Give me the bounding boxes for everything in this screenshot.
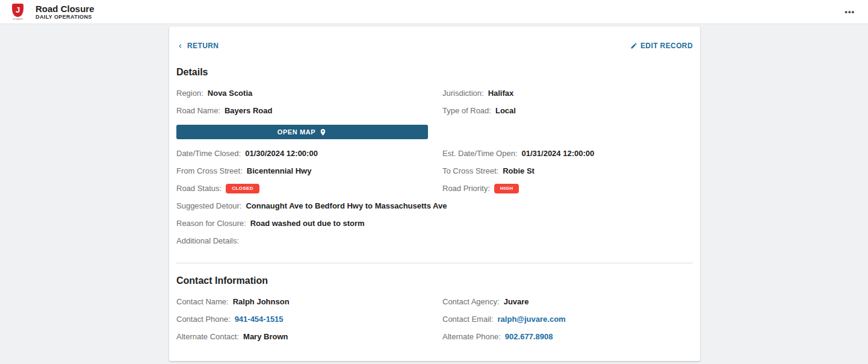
jurisdiction-label: Jurisdiction: <box>442 89 484 98</box>
reason-for-closure-label: Reason for Closure: <box>176 219 246 228</box>
field-row: Road Status: CLOSED Road Priority: HIGH <box>176 180 693 197</box>
contact-email-label: Contact Email: <box>442 315 494 324</box>
map-pin-icon <box>319 128 327 136</box>
contact-phone-link[interactable]: 941-454-1515 <box>235 315 284 324</box>
to-cross-street-label: To Cross Street: <box>442 166 498 175</box>
alternate-contact-value: Mary Brown <box>243 332 288 341</box>
juvare-shield-icon: J <box>12 4 23 17</box>
return-button[interactable]: RETURN <box>176 42 219 50</box>
edit-record-label: EDIT RECORD <box>640 42 693 50</box>
record-toolbar: RETURN EDIT RECORD <box>176 41 693 51</box>
field-row: Road Name: Bayers Road Type of Road: Loc… <box>176 102 693 119</box>
to-cross-street-value: Robie St <box>503 166 535 175</box>
jurisdiction-value: Halifax <box>488 89 514 98</box>
field-row: Reason for Closure: Road washed out due … <box>176 215 693 232</box>
alternate-contact-label: Alternate Contact: <box>176 332 239 341</box>
type-of-road-value: Local <box>495 106 516 115</box>
from-cross-street-label: From Cross Street: <box>176 166 243 175</box>
logo-letter: J <box>16 6 20 14</box>
road-priority-badge: HIGH <box>494 184 519 193</box>
juvare-logo: J JUVARE <box>12 4 23 20</box>
header-titles: Road Closure DAILY OPERATIONS <box>36 4 95 20</box>
field-row: Suggested Detour: Connaught Ave to Bedfo… <box>176 197 693 215</box>
contact-information-heading: Contact Information <box>176 275 693 286</box>
additional-details-label: Additional Details: <box>176 236 239 245</box>
chevron-left-icon <box>176 42 184 50</box>
open-map-button[interactable]: OPEN MAP <box>176 125 428 139</box>
road-name-label: Road Name: <box>176 106 220 115</box>
alternate-phone-link[interactable]: 902.677.8908 <box>505 332 553 341</box>
page-subtitle: DAILY OPERATIONS <box>36 14 95 20</box>
details-heading: Details <box>176 67 693 78</box>
page-title: Road Closure <box>36 4 95 14</box>
road-status-label: Road Status: <box>176 184 222 193</box>
section-divider <box>176 263 693 263</box>
logo-caption: JUVARE <box>13 17 23 20</box>
open-map-row: OPEN MAP <box>176 119 693 145</box>
field-row: Alternate Contact: Mary Brown Alternate … <box>176 328 693 345</box>
details-fields: Region: Nova Scotia Jurisdiction: Halifa… <box>176 84 693 249</box>
road-priority-label: Road Priority: <box>442 184 490 193</box>
contact-agency-label: Contact Agency: <box>442 297 500 306</box>
type-of-road-label: Type of Road: <box>442 106 491 115</box>
date-time-closed-label: Date/Time Closed: <box>176 149 241 158</box>
region-value: Nova Scotia <box>208 89 252 98</box>
contact-fields: Contact Name: Ralph Johnson Contact Agen… <box>176 293 693 345</box>
edit-record-button[interactable]: EDIT RECORD <box>630 42 693 50</box>
open-map-label: OPEN MAP <box>277 128 315 136</box>
reason-for-closure-value: Road washed out due to storm <box>250 219 365 228</box>
date-time-closed-value: 01/30/2024 12:00:00 <box>245 149 318 158</box>
field-row: Contact Phone: 941-454-1515 Contact Emai… <box>176 310 693 328</box>
contact-agency-value: Juvare <box>504 297 529 306</box>
est-date-time-open-value: 01/31/2024 12:00:00 <box>522 149 595 158</box>
app-header: J JUVARE Road Closure DAILY OPERATIONS •… <box>0 0 868 24</box>
pencil-icon <box>630 42 637 49</box>
record-card: RETURN EDIT RECORD Details Region: Nova … <box>169 27 700 361</box>
return-label: RETURN <box>187 42 219 50</box>
field-row: From Cross Street: Bicentennial Hwy To C… <box>176 162 693 180</box>
from-cross-street-value: Bicentennial Hwy <box>247 166 312 175</box>
contact-email-link[interactable]: ralph@juvare.com <box>498 315 566 324</box>
suggested-detour-value: Connaught Ave to Bedford Hwy to Massachu… <box>246 201 447 210</box>
field-row: Contact Name: Ralph Johnson Contact Agen… <box>176 293 693 310</box>
road-status-badge: CLOSED <box>226 184 259 193</box>
field-row: Date/Time Closed: 01/30/2024 12:00:00 Es… <box>176 145 693 162</box>
contact-name-value: Ralph Johnson <box>233 297 290 306</box>
alternate-phone-label: Alternate Phone: <box>442 332 501 341</box>
suggested-detour-label: Suggested Detour: <box>176 201 241 210</box>
ellipsis-icon: ••• <box>845 7 855 16</box>
field-row: Region: Nova Scotia Jurisdiction: Halifa… <box>176 84 693 102</box>
more-options-button[interactable]: ••• <box>843 7 856 17</box>
est-date-time-open-label: Est. Date/Time Open: <box>442 149 518 158</box>
field-row: Additional Details: <box>176 232 693 249</box>
region-label: Region: <box>176 89 203 98</box>
contact-name-label: Contact Name: <box>176 297 229 306</box>
contact-phone-label: Contact Phone: <box>176 315 231 324</box>
road-name-value: Bayers Road <box>225 106 272 115</box>
